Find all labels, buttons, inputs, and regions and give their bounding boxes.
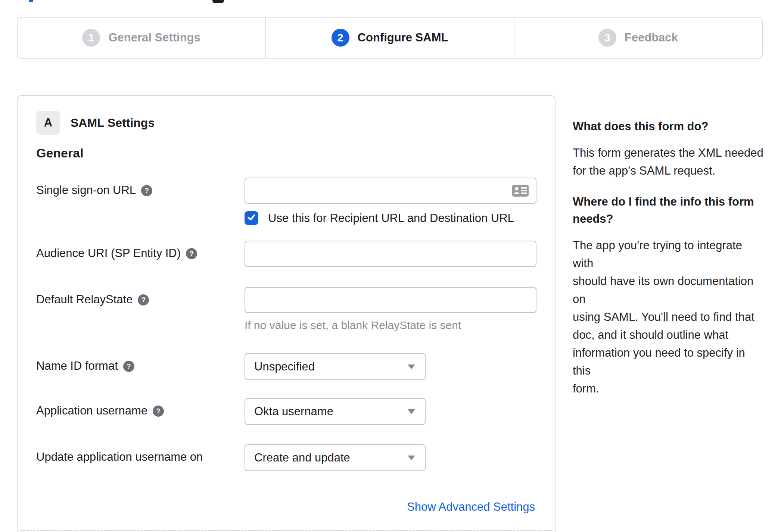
wizard-stepper: 1 General Settings 2 Configure SAML 3 Fe… bbox=[17, 17, 763, 59]
section-divider bbox=[20, 530, 553, 531]
field-row-app-username: Application username? Okta username bbox=[36, 398, 535, 425]
audience-help-icon[interactable]: ? bbox=[186, 248, 197, 259]
appuser-help-icon[interactable]: ? bbox=[153, 406, 164, 417]
relaystate-input[interactable] bbox=[245, 287, 536, 313]
chevron-down-icon bbox=[408, 409, 415, 414]
nameid-control-col: Unspecified bbox=[245, 353, 536, 380]
advanced-settings-row: Show Advanced Settings bbox=[36, 500, 535, 514]
section-badge-a: A bbox=[36, 111, 60, 135]
group-title-general: General bbox=[36, 146, 535, 160]
name-id-format-value: Unspecified bbox=[254, 360, 315, 373]
upduser-label: Update application username on bbox=[36, 450, 203, 463]
field-row-nameid: Name ID format? Unspecified bbox=[36, 353, 535, 380]
audience-control-col bbox=[245, 241, 536, 267]
field-row-audience: Audience URI (SP Entity ID)? bbox=[36, 241, 535, 267]
panel-title: SAML Settings bbox=[71, 116, 155, 130]
step-3-circle: 3 bbox=[598, 29, 616, 47]
relay-label: Default RelayState bbox=[36, 293, 133, 306]
sso-control-col: Use this for Recipient URL and Destinati… bbox=[245, 178, 536, 225]
relay-control-col: If no value is set, a blank RelayState i… bbox=[245, 287, 536, 332]
chevron-down-icon bbox=[408, 456, 415, 460]
relay-label-col: Default RelayState? bbox=[36, 287, 245, 332]
sso-help-icon[interactable]: ? bbox=[141, 185, 152, 196]
sso-input-wrap bbox=[245, 178, 536, 204]
audience-uri-input[interactable] bbox=[245, 241, 536, 267]
contact-card-icon bbox=[512, 184, 529, 198]
sso-label-col: Single sign-on URL? bbox=[36, 178, 245, 225]
sso-url-input[interactable] bbox=[245, 178, 536, 204]
cropped-logo-fragment bbox=[29, 0, 33, 2]
appuser-label-col: Application username? bbox=[36, 398, 245, 425]
upduser-control-col: Create and update bbox=[245, 444, 536, 471]
step-2-label: Configure SAML bbox=[358, 31, 448, 44]
help-sidebar: What does this form do? This form genera… bbox=[573, 118, 765, 398]
chevron-down-icon bbox=[408, 364, 415, 369]
update-username-value: Create and update bbox=[254, 451, 350, 464]
cropped-header-fragment bbox=[212, 0, 224, 3]
recipient-url-checkbox[interactable] bbox=[245, 211, 258, 225]
field-row-sso: Single sign-on URL? bbox=[36, 178, 535, 225]
checkmark-icon bbox=[246, 212, 256, 224]
step-feedback[interactable]: 3 Feedback bbox=[514, 18, 762, 58]
name-id-format-select[interactable]: Unspecified bbox=[245, 353, 426, 380]
step-configure-saml[interactable]: 2 Configure SAML bbox=[266, 18, 514, 58]
section-header: A SAML Settings bbox=[36, 111, 535, 135]
appuser-control-col: Okta username bbox=[245, 398, 536, 425]
sidebar-heading-where: Where do I find the info this form needs… bbox=[573, 193, 765, 228]
nameid-help-icon[interactable]: ? bbox=[123, 361, 134, 372]
step-1-circle: 1 bbox=[82, 29, 100, 47]
audience-input-wrap bbox=[245, 241, 536, 267]
step-3-label: Feedback bbox=[625, 31, 678, 44]
relay-help-icon[interactable]: ? bbox=[138, 294, 149, 306]
field-row-relaystate: Default RelayState? If no value is set, … bbox=[36, 287, 535, 332]
step-1-label: General Settings bbox=[108, 31, 200, 44]
update-username-select[interactable]: Create and update bbox=[245, 444, 426, 471]
sso-label: Single sign-on URL bbox=[36, 184, 136, 197]
sidebar-para-where: The app you're trying to integrate with … bbox=[573, 237, 765, 398]
audience-label-col: Audience URI (SP Entity ID)? bbox=[36, 241, 245, 267]
nameid-label-col: Name ID format? bbox=[36, 353, 245, 380]
relay-input-wrap bbox=[245, 287, 536, 313]
show-advanced-settings-link[interactable]: Show Advanced Settings bbox=[407, 500, 535, 513]
application-username-value: Okta username bbox=[254, 405, 333, 418]
application-username-select[interactable]: Okta username bbox=[245, 398, 426, 425]
field-row-update-username: Update application username on Create an… bbox=[36, 444, 535, 471]
saml-settings-panel: A SAML Settings General Single sign-on U… bbox=[17, 95, 556, 532]
relaystate-hint: If no value is set, a blank RelayState i… bbox=[245, 319, 536, 332]
sidebar-para-what: This form generates the XML needed for t… bbox=[573, 144, 765, 180]
nameid-label: Name ID format bbox=[36, 359, 118, 372]
step-2-circle: 2 bbox=[332, 29, 349, 47]
upduser-label-col: Update application username on bbox=[36, 444, 245, 471]
recipient-url-checkbox-label[interactable]: Use this for Recipient URL and Destinati… bbox=[268, 212, 514, 225]
step-general-settings[interactable]: 1 General Settings bbox=[18, 18, 266, 58]
appuser-label: Application username bbox=[36, 404, 147, 417]
audience-label: Audience URI (SP Entity ID) bbox=[36, 247, 181, 260]
sidebar-heading-what: What does this form do? bbox=[573, 118, 765, 135]
sso-checkbox-row: Use this for Recipient URL and Destinati… bbox=[245, 211, 536, 225]
